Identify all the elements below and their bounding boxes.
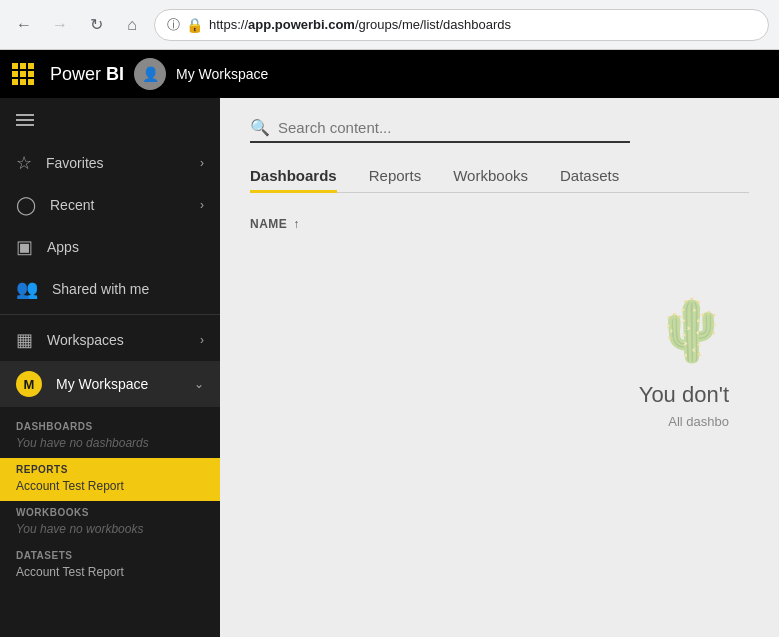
sort-arrow-icon: ↑: [293, 217, 300, 231]
subnav-item-no-workbooks[interactable]: You have no workbooks: [16, 520, 204, 538]
subnav-header-reports: REPORTS: [16, 464, 204, 475]
back-button[interactable]: ←: [10, 11, 38, 39]
sidebar: ☆ Favorites › ◯ Recent › ▣ Apps 👥 Shared…: [0, 98, 220, 637]
hamburger-menu[interactable]: [0, 98, 220, 142]
address-bar[interactable]: ⓘ 🔒 https://app.powerbi.com/groups/me/li…: [154, 9, 769, 41]
url-text: https://app.powerbi.com/groups/me/list/d…: [209, 17, 511, 32]
subnav-header-dashboards: DASHBOARDS: [16, 421, 204, 432]
search-icon: 🔍: [250, 118, 270, 137]
content-inner: 🔍 Dashboards Reports Workbooks Datasets …: [220, 98, 779, 449]
subnav-header-workbooks: WORKBOOKS: [16, 507, 204, 518]
reload-button[interactable]: ↻: [82, 11, 110, 39]
tab-datasets[interactable]: Datasets: [560, 159, 619, 192]
chevron-right-icon: ›: [200, 198, 204, 212]
sidebar-item-apps[interactable]: ▣ Apps: [0, 226, 220, 268]
workspace-label: My Workspace: [176, 66, 268, 82]
topbar: Power BI 👤 My Workspace: [0, 50, 779, 98]
my-workspace-icon: M: [16, 371, 42, 397]
sidebar-item-shared[interactable]: 👥 Shared with me: [0, 268, 220, 310]
sidebar-divider: [0, 314, 220, 315]
sort-row[interactable]: NAME ↑: [250, 209, 749, 239]
subnav-item-account-test-report[interactable]: Account Test Report: [16, 477, 204, 495]
sidebar-item-label: Favorites: [46, 155, 104, 171]
favorites-icon: ☆: [16, 152, 32, 174]
main-layout: ☆ Favorites › ◯ Recent › ▣ Apps 👥 Shared…: [0, 98, 779, 637]
user-avatar[interactable]: 👤: [134, 58, 166, 90]
sort-label: NAME: [250, 217, 287, 231]
shared-icon: 👥: [16, 278, 38, 300]
empty-title: You don't: [639, 382, 729, 408]
sidebar-item-label: Workspaces: [47, 332, 124, 348]
subnav-section-workbooks: WORKBOOKS You have no workbooks: [0, 501, 220, 544]
content-tabs: Dashboards Reports Workbooks Datasets: [250, 159, 749, 193]
empty-state: 🌵 You don't All dashbo: [250, 255, 749, 429]
brand-name: Power BI: [50, 64, 124, 85]
chevron-right-icon: ›: [200, 333, 204, 347]
browser-chrome: ← → ↻ ⌂ ⓘ 🔒 https://app.powerbi.com/grou…: [0, 0, 779, 50]
chevron-right-icon: ›: [200, 156, 204, 170]
subnav-section-datasets: DATASETS Account Test Report: [0, 544, 220, 587]
tab-reports[interactable]: Reports: [369, 159, 422, 192]
sidebar-item-label: Shared with me: [52, 281, 149, 297]
content-area: 🔍 Dashboards Reports Workbooks Datasets …: [220, 98, 779, 637]
sidebar-item-favorites[interactable]: ☆ Favorites ›: [0, 142, 220, 184]
info-icon: ⓘ: [167, 16, 180, 34]
subnav-section-reports: REPORTS Account Test Report: [0, 458, 220, 501]
subnav-item-no-dashboards[interactable]: You have no dashboards: [16, 434, 204, 452]
chevron-down-icon: ⌄: [194, 377, 204, 391]
workspaces-icon: ▦: [16, 329, 33, 351]
subnav-section-dashboards: DASHBOARDS You have no dashboards: [0, 415, 220, 458]
sidebar-item-my-workspace[interactable]: M My Workspace ⌄: [0, 361, 220, 407]
apps-icon: ▣: [16, 236, 33, 258]
home-button[interactable]: ⌂: [118, 11, 146, 39]
sidebar-item-recent[interactable]: ◯ Recent ›: [0, 184, 220, 226]
subnav-item-dataset-report[interactable]: Account Test Report: [16, 563, 204, 581]
sidebar-item-label: Recent: [50, 197, 94, 213]
forward-button[interactable]: →: [46, 11, 74, 39]
sidebar-item-label: My Workspace: [56, 376, 148, 392]
search-input[interactable]: [278, 119, 630, 136]
lock-icon: 🔒: [186, 17, 203, 33]
tab-workbooks[interactable]: Workbooks: [453, 159, 528, 192]
cactus-icon: 🌵: [654, 295, 729, 366]
search-bar[interactable]: 🔍: [250, 118, 630, 143]
waffle-icon[interactable]: [12, 63, 34, 85]
tab-dashboards[interactable]: Dashboards: [250, 159, 337, 192]
sidebar-item-workspaces[interactable]: ▦ Workspaces ›: [0, 319, 220, 361]
subnav-header-datasets: DATASETS: [16, 550, 204, 561]
sidebar-subnav: DASHBOARDS You have no dashboards REPORT…: [0, 407, 220, 595]
empty-subtitle: All dashbo: [668, 414, 729, 429]
recent-icon: ◯: [16, 194, 36, 216]
app-shell: Power BI 👤 My Workspace ☆ Favorites › ◯ …: [0, 50, 779, 637]
sidebar-item-label: Apps: [47, 239, 79, 255]
